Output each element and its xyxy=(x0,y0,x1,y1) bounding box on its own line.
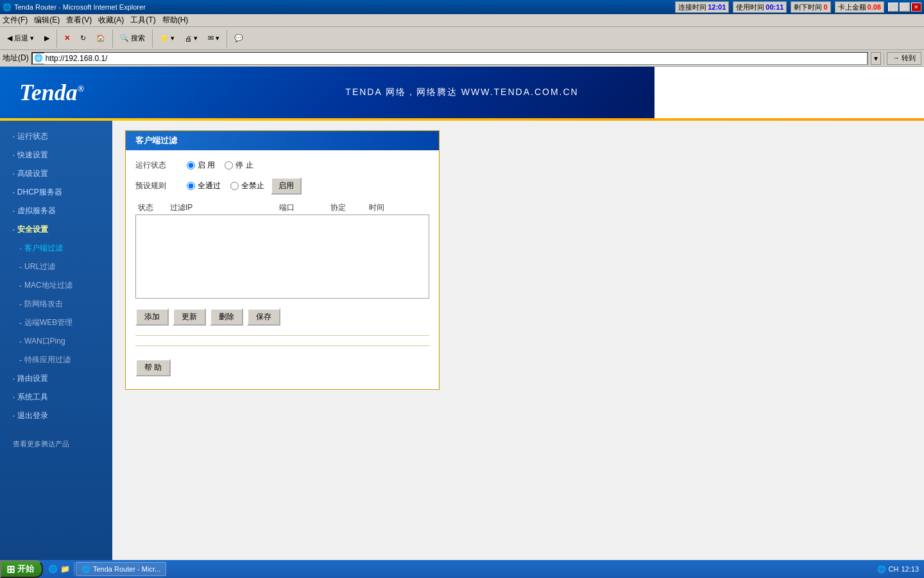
enable-radio-label[interactable]: 启 用 xyxy=(187,160,215,171)
sidebar-item-quick-setup[interactable]: • 快速设置 xyxy=(0,146,112,164)
sidebar-item-virtual-server[interactable]: • 虚拟服务器 xyxy=(0,202,112,220)
allow-all-radio[interactable] xyxy=(187,182,195,190)
enable-radio[interactable] xyxy=(187,161,195,170)
sidebar-item-logout[interactable]: • 退出登录 xyxy=(0,407,112,425)
back-button[interactable]: ◀ 后退 ▾ xyxy=(3,29,38,48)
go-arrow-icon: → xyxy=(893,54,900,62)
taskbar-quick-launch: 🌐 📁 xyxy=(46,565,73,574)
sidebar-item-special-app[interactable]: - 特殊应用过滤 xyxy=(0,351,112,369)
add-button[interactable]: 添加 xyxy=(135,308,169,326)
disable-radio[interactable] xyxy=(225,161,233,170)
bullet-icon: • xyxy=(13,171,15,177)
browser-icon: 🌐 xyxy=(3,3,12,12)
taskbar-tray: 🌐 CH 12:13 xyxy=(872,565,924,574)
sidebar-item-run-status[interactable]: • 运行状态 xyxy=(0,127,112,146)
sidebar-item-wan-ping[interactable]: - WAN口Ping xyxy=(0,332,112,351)
title-bar: 🌐 Tenda Router - Microsoft Internet Expl… xyxy=(0,0,924,14)
mail-icon: ✉ xyxy=(208,34,214,42)
address-input[interactable] xyxy=(44,53,867,64)
title-bar-left: 🌐 Tenda Router - Microsoft Internet Expl… xyxy=(3,3,146,12)
sidebar-item-routing[interactable]: • 路由设置 xyxy=(0,369,112,388)
tray-lang-icon: CH xyxy=(889,565,899,573)
col-filter-ip: 过滤IP xyxy=(170,202,247,213)
maximize-button[interactable]: □ xyxy=(900,3,910,12)
panel-divider xyxy=(135,335,429,336)
block-all-radio[interactable] xyxy=(230,182,239,190)
sidebar-item-url-filter[interactable]: - URL过滤 xyxy=(0,258,112,276)
minimize-button[interactable]: _ xyxy=(888,3,898,12)
sidebar-item-system-tools[interactable]: • 系统工具 xyxy=(0,388,112,407)
disable-radio-text: 停 止 xyxy=(235,160,253,171)
address-dropdown[interactable]: ▾ xyxy=(871,52,881,65)
more-products-link[interactable]: 查看更多腾达产品 xyxy=(0,438,112,450)
connect-time-item: 连接时间 12:01 xyxy=(675,1,729,13)
favorites-button[interactable]: ⭐ ▾ xyxy=(155,29,179,48)
stop-icon: ✕ xyxy=(64,34,70,42)
search-icon: 🔍 xyxy=(120,34,129,42)
bullet-icon: • xyxy=(13,227,15,232)
taskbar-item-tenda[interactable]: 🌐 Tenda Router - Micr... xyxy=(76,562,166,576)
menu-edit[interactable]: 编辑(E) xyxy=(34,15,60,26)
sidebar-item-client-filter[interactable]: - 客户端过滤 xyxy=(0,239,112,258)
sidebar-item-anti-attack[interactable]: - 防网络攻击 xyxy=(0,295,112,313)
menu-view[interactable]: 查看(V) xyxy=(66,15,92,26)
enable-button[interactable]: 启用 xyxy=(271,177,302,195)
update-button[interactable]: 更新 xyxy=(173,308,206,326)
menu-tools[interactable]: 工具(T) xyxy=(130,15,155,26)
sidebar-item-security[interactable]: • 安全设置 xyxy=(0,220,112,239)
enable-radio-text: 启 用 xyxy=(198,160,215,171)
col-port: 端口 xyxy=(279,202,330,213)
address-go-button[interactable]: → 转到 xyxy=(887,52,921,65)
address-field-wrapper: 🌐 xyxy=(31,52,868,65)
allow-all-radio-text: 全通过 xyxy=(198,180,221,191)
refresh-icon: ↻ xyxy=(80,34,86,42)
address-label: 地址(D) xyxy=(3,53,29,64)
allow-all-radio-label[interactable]: 全通过 xyxy=(187,180,221,191)
print-button[interactable]: 🖨 ▾ xyxy=(180,29,202,48)
sidebar-item-dhcp[interactable]: • DHCP服务器 xyxy=(0,183,112,202)
menu-help[interactable]: 帮助(H) xyxy=(162,15,189,26)
sidebar-item-mac-filter[interactable]: - MAC地址过滤 xyxy=(0,276,112,295)
home-button[interactable]: 🏠 xyxy=(92,29,110,48)
sidebar-item-remote-web[interactable]: - 远端WEB管理 xyxy=(0,313,112,332)
favorites-icon: ⭐ xyxy=(160,34,169,42)
delete-button[interactable]: 删除 xyxy=(210,308,243,326)
panel-header: 客户端过滤 xyxy=(126,131,439,150)
sidebar-item-advanced[interactable]: • 高级设置 xyxy=(0,164,112,183)
preset-rule-row: 预设规则 全通过 全禁止 启用 xyxy=(135,177,429,195)
header-logo: Tenda® xyxy=(0,73,103,112)
run-status-row: 运行状态 启 用 停 止 xyxy=(135,160,429,171)
tray-network-icon: 🌐 xyxy=(877,565,886,574)
stop-button[interactable]: ✕ xyxy=(60,29,74,48)
forward-button[interactable]: ▶ xyxy=(40,29,54,48)
window-controls[interactable]: _ □ ✕ xyxy=(888,3,921,12)
back-dropdown-icon: ▾ xyxy=(30,34,34,42)
save-button[interactable]: 保存 xyxy=(247,308,280,326)
mail-button[interactable]: ✉ ▾ xyxy=(203,29,224,48)
block-all-radio-label[interactable]: 全禁止 xyxy=(230,180,264,191)
sidebar: • 运行状态 • 快速设置 • 高级设置 • DHCP服务器 • 虚拟服务器 •… xyxy=(0,121,112,578)
address-ie-icon: 🌐 xyxy=(33,54,44,62)
menu-favorites[interactable]: 收藏(A) xyxy=(98,15,124,26)
messenger-button[interactable]: 💬 xyxy=(230,29,248,48)
quick-launch-folder-icon[interactable]: 📁 xyxy=(60,565,70,574)
close-button[interactable]: ✕ xyxy=(911,3,921,12)
bullet-icon: • xyxy=(13,134,15,139)
address-bar: 地址(D) 🌐 ▾ → 转到 xyxy=(0,50,924,67)
dash-icon: - xyxy=(19,356,22,365)
ie-menubar: 文件(F) 编辑(E) 查看(V) 收藏(A) 工具(T) 帮助(H) xyxy=(0,14,924,27)
disable-radio-label[interactable]: 停 止 xyxy=(225,160,253,171)
address-sep xyxy=(884,52,884,65)
windows-icon: ⊞ xyxy=(6,563,15,575)
refresh-button[interactable]: ↻ xyxy=(76,29,90,48)
quick-launch-ie-icon[interactable]: 🌐 xyxy=(48,565,58,574)
start-button[interactable]: ⊞ 开始 xyxy=(0,560,43,578)
search-button[interactable]: 🔍 搜索 xyxy=(116,29,150,48)
forward-icon: ▶ xyxy=(44,34,49,42)
toolbar-sep-2 xyxy=(112,30,113,48)
bullet-icon: • xyxy=(13,394,15,400)
menu-file[interactable]: 文件(F) xyxy=(3,15,28,26)
balance-item: 卡上金额 0.08 xyxy=(835,1,884,13)
router-page: Tenda® TENDA 网络，网络腾达 WWW.TENDA.COM.CN • … xyxy=(0,67,924,578)
help-button[interactable]: 帮 助 xyxy=(135,359,171,376)
